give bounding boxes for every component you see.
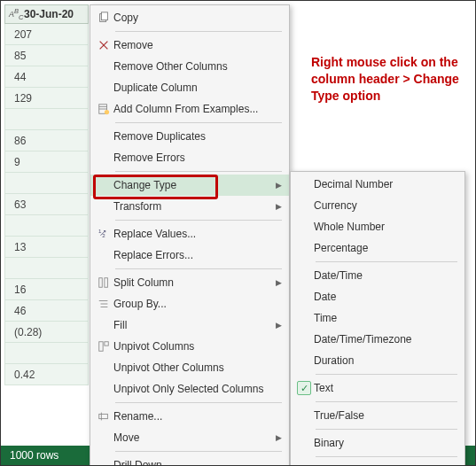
submenu-arrow-icon: ▶ xyxy=(276,278,282,287)
submenu-arrow-icon: ▶ xyxy=(276,433,282,442)
submenu-text[interactable]: ✓ Text xyxy=(291,377,464,399)
submenu-decimal-number[interactable]: Decimal Number xyxy=(291,174,464,195)
data-cell[interactable] xyxy=(4,173,89,194)
submenu-currency[interactable]: Currency xyxy=(291,195,464,216)
menu-separator xyxy=(316,456,457,457)
menu-separator xyxy=(316,401,457,402)
menu-copy[interactable]: Copy xyxy=(90,7,289,28)
menu-replace-errors[interactable]: Replace Errors... xyxy=(90,245,289,266)
menu-remove-other-columns[interactable]: Remove Other Columns xyxy=(90,56,289,77)
menu-rename[interactable]: Rename... xyxy=(90,406,289,427)
data-cell[interactable]: 46 xyxy=(4,300,89,322)
group-by-icon xyxy=(94,298,113,310)
data-cell[interactable]: 207 xyxy=(4,24,89,45)
submenu-arrow-icon: ▶ xyxy=(276,181,282,190)
split-column-icon xyxy=(94,276,113,289)
submenu-percentage[interactable]: Percentage xyxy=(291,237,464,259)
menu-move[interactable]: Move ▶ xyxy=(90,427,289,448)
submenu-arrow-icon: ▶ xyxy=(276,202,282,211)
menu-duplicate-column[interactable]: Duplicate Column xyxy=(90,77,289,98)
data-cell[interactable] xyxy=(4,343,89,364)
submenu-truefalse[interactable]: True/False xyxy=(291,405,464,426)
menu-separator xyxy=(316,429,457,430)
menu-unpivot-selected-columns[interactable]: Unpivot Only Selected Columns xyxy=(90,378,289,400)
menu-remove[interactable]: Remove xyxy=(90,35,289,56)
menu-split-column[interactable]: Split Column ▶ xyxy=(90,272,289,293)
data-cell[interactable]: 63 xyxy=(4,194,89,215)
status-rows-label: 1000 rows xyxy=(10,449,59,462)
menu-separator xyxy=(115,220,282,221)
menu-unpivot-columns[interactable]: Unpivot Columns xyxy=(90,336,289,357)
data-cell[interactable] xyxy=(4,258,89,279)
menu-separator xyxy=(115,268,282,269)
submenu-date[interactable]: Date xyxy=(291,286,464,307)
menu-unpivot-other-columns[interactable]: Unpivot Other Columns xyxy=(90,357,289,378)
menu-change-type[interactable]: Change Type ▶ xyxy=(90,175,289,196)
change-type-submenu: Decimal Number Currency Whole Number Per… xyxy=(290,171,465,466)
menu-separator xyxy=(115,451,282,452)
menu-separator xyxy=(316,261,457,262)
menu-add-column-from-examples[interactable]: Add Column From Examples... xyxy=(90,98,289,120)
data-cell[interactable]: 86 xyxy=(4,130,89,151)
menu-remove-duplicates[interactable]: Remove Duplicates xyxy=(90,126,289,147)
replace-values-icon: 12 xyxy=(94,228,113,240)
text-type-icon: ABC xyxy=(9,8,21,21)
svg-point-7 xyxy=(105,110,109,114)
checkmark-icon: ✓ xyxy=(297,381,311,395)
remove-icon xyxy=(94,39,113,51)
data-cell[interactable]: (0.28) xyxy=(4,322,89,343)
data-cell[interactable]: 16 xyxy=(4,279,89,300)
menu-transform[interactable]: Transform ▶ xyxy=(90,196,289,217)
submenu-whole-number[interactable]: Whole Number xyxy=(291,216,464,237)
menu-group-by[interactable]: Group By... xyxy=(90,293,289,315)
submenu-arrow-icon: ▶ xyxy=(276,321,282,330)
menu-separator xyxy=(316,374,457,375)
context-menu: Copy Remove Remove Other Columns Duplica… xyxy=(90,4,290,466)
svg-text:1: 1 xyxy=(98,228,102,234)
annotation-text: Right mouse click on the column header >… xyxy=(311,54,466,105)
svg-rect-16 xyxy=(105,342,108,346)
menu-drill-down[interactable]: Drill Down xyxy=(90,454,289,466)
data-cell[interactable]: 129 xyxy=(4,88,89,109)
svg-rect-15 xyxy=(99,342,103,352)
column-header-label: 30-Jun-20 xyxy=(24,8,74,20)
submenu-duration[interactable]: Duration xyxy=(291,350,464,371)
data-cell[interactable]: 85 xyxy=(4,45,89,66)
add-column-icon xyxy=(94,103,113,115)
svg-rect-11 xyxy=(105,278,108,288)
menu-separator xyxy=(115,122,282,123)
menu-separator xyxy=(115,171,282,172)
submenu-binary[interactable]: Binary xyxy=(291,432,464,454)
svg-rect-1 xyxy=(101,12,107,20)
submenu-using-locale[interactable]: Using Locale... xyxy=(291,460,464,466)
menu-replace-values[interactable]: 12 Replace Values... xyxy=(90,223,289,245)
svg-rect-10 xyxy=(99,278,103,288)
data-cell[interactable] xyxy=(4,215,89,237)
data-cell[interactable]: 9 xyxy=(4,151,89,173)
svg-rect-17 xyxy=(99,414,108,418)
submenu-datetime[interactable]: Date/Time xyxy=(291,265,464,286)
data-cell[interactable]: 13 xyxy=(4,237,89,258)
menu-fill[interactable]: Fill ▶ xyxy=(90,315,289,336)
menu-remove-errors[interactable]: Remove Errors xyxy=(90,147,289,168)
submenu-datetimezone[interactable]: Date/Time/Timezone xyxy=(291,329,464,350)
submenu-time[interactable]: Time xyxy=(291,307,464,329)
copy-icon xyxy=(94,12,113,24)
unpivot-icon xyxy=(94,340,113,353)
menu-separator xyxy=(115,31,282,32)
data-cell[interactable]: 0.42 xyxy=(4,364,89,385)
data-cell[interactable] xyxy=(4,109,89,130)
rename-icon xyxy=(94,410,113,423)
data-cell[interactable]: 44 xyxy=(4,66,89,88)
column-header[interactable]: ABC 30-Jun-20 xyxy=(4,4,89,24)
menu-separator xyxy=(115,402,282,403)
